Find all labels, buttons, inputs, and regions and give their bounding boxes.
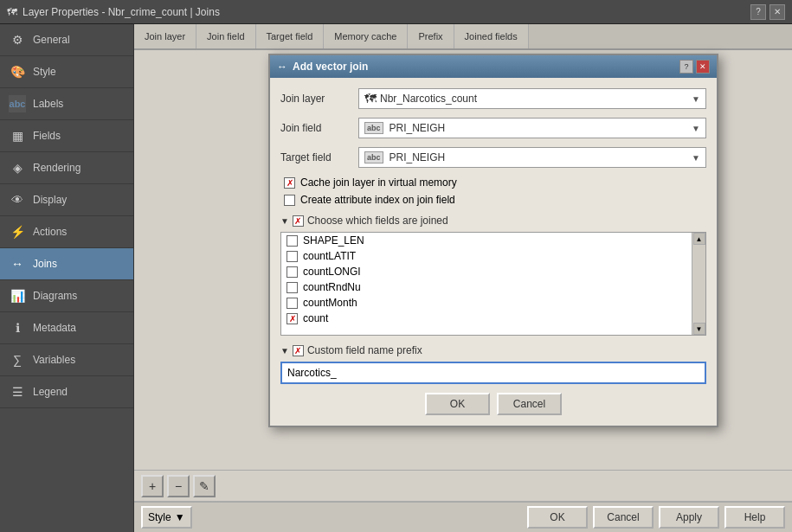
join-field-row: Join field abc PRI_NEIGH ▼ (280, 118, 706, 138)
join-layer-value: Nbr_Narcotics_count (380, 93, 477, 105)
index-label: Create attribute index on join field (300, 194, 455, 206)
sidebar-item-actions[interactable]: ⚡ Actions (0, 216, 133, 248)
cache-checkbox[interactable]: ✗ (284, 177, 295, 189)
dialog-cancel-button[interactable]: Cancel (497, 393, 562, 415)
field-countlongi-name: countLONGI (303, 266, 361, 278)
tab-join-field[interactable]: Join field (196, 24, 255, 48)
field-item-count[interactable]: ✗ count (281, 311, 705, 326)
actions-icon: ⚡ (9, 223, 26, 240)
tab-prefix[interactable]: Prefix (408, 24, 454, 48)
scroll-up-button[interactable]: ▲ (693, 233, 705, 245)
ok-button[interactable]: OK (527, 506, 588, 529)
edit-join-button[interactable]: ✎ (193, 475, 216, 497)
fields-scrollbar[interactable]: ▲ ▼ (692, 233, 705, 335)
metadata-icon: ℹ (9, 319, 26, 337)
custom-prefix-checkbox[interactable]: ✗ (293, 345, 304, 356)
field-countlatit-checkbox[interactable] (287, 251, 298, 262)
bottom-toolbar: + − ✎ (134, 470, 792, 501)
choose-fields-label: Choose which fields are joined (307, 215, 448, 227)
sidebar-item-style[interactable]: 🎨 Style (0, 56, 133, 88)
field-shape-len-name: SHAPE_LEN (303, 234, 364, 247)
join-layer-dropdown[interactable]: 🗺 Nbr_Narcotics_count ▼ (358, 88, 706, 109)
dialog-buttons: OK Cancel (280, 393, 706, 415)
variables-icon: ∑ (9, 351, 26, 369)
join-field-dropdown[interactable]: abc PRI_NEIGH ▼ (358, 118, 706, 138)
index-checkbox-row: Create attribute index on join field (280, 194, 706, 206)
join-field-type-icon: abc (364, 122, 383, 134)
sidebar-item-diagrams[interactable]: 📊 Diagrams (0, 280, 133, 312)
choose-fields-header[interactable]: ▼ ✗ Choose which fields are joined (280, 215, 706, 227)
choose-fields-arrow-icon: ▼ (280, 216, 289, 226)
field-count-name: count (303, 312, 328, 324)
sidebar-item-joins[interactable]: ↔ Joins (0, 248, 133, 280)
join-layer-row: Join layer 🗺 Nbr_Narcotics_count ▼ (280, 88, 706, 109)
sidebar-item-metadata[interactable]: ℹ Metadata (0, 312, 133, 344)
field-item-countlongi[interactable]: countLONGI (281, 264, 705, 279)
custom-prefix-label: Custom field name prefix (307, 344, 422, 356)
style-label: Style (148, 511, 171, 523)
dialog-title-bar: ↔ Add vector join ? ✕ (270, 55, 717, 78)
sidebar-item-legend[interactable]: ☰ Legend (0, 376, 133, 408)
sidebar-item-rendering[interactable]: ◈ Rendering (0, 152, 133, 184)
labels-icon: abc (9, 95, 26, 112)
add-vector-join-dialog: ↔ Add vector join ? ✕ Join layer (268, 54, 718, 427)
dialog-help-button[interactable]: ? (679, 60, 693, 74)
cancel-button[interactable]: Cancel (593, 506, 654, 529)
style-dropdown-arrow-icon: ▼ (175, 511, 185, 523)
bottom-action-bar: Style ▼ OK Cancel Apply Help (134, 501, 792, 532)
apply-button[interactable]: Apply (659, 506, 719, 529)
style-icon: 🎨 (9, 63, 26, 80)
general-icon: ⚙ (9, 31, 26, 48)
field-item-countmonth[interactable]: countMonth (281, 295, 705, 311)
field-count-checkbox[interactable]: ✗ (287, 313, 298, 324)
field-countlongi-checkbox[interactable] (287, 266, 298, 278)
target-field-type-icon: abc (364, 151, 383, 163)
help-button[interactable]: ? (750, 4, 766, 20)
scroll-down-button[interactable]: ▼ (693, 323, 705, 335)
field-shape-len-checkbox[interactable] (287, 235, 298, 247)
target-field-dropdown[interactable]: abc PRI_NEIGH ▼ (358, 147, 706, 168)
join-field-value: PRI_NEIGH (390, 122, 446, 134)
field-item-countlatit[interactable]: countLATIT (281, 248, 705, 264)
title-bar: 🗺 Layer Properties - Nbr_crime_count | J… (0, 0, 792, 24)
field-countrndnu-name: countRndNu (303, 281, 361, 293)
add-join-button[interactable]: + (141, 475, 164, 497)
sidebar-label-actions: Actions (33, 226, 67, 238)
prefix-input[interactable] (280, 362, 706, 384)
sidebar-label-fields: Fields (33, 130, 61, 142)
join-field-label: Join field (280, 122, 358, 134)
tab-bar: Join layer Join field Target field Memor… (134, 24, 792, 50)
help-button[interactable]: Help (724, 506, 785, 529)
sidebar-item-fields[interactable]: ▦ Fields (0, 120, 133, 152)
join-table-area: ↔ Add vector join ? ✕ Join layer (134, 50, 792, 470)
dialog-close-button[interactable]: ✕ (696, 60, 710, 74)
field-item-shape-len[interactable]: SHAPE_LEN (281, 233, 705, 248)
field-countmonth-name: countMonth (303, 297, 357, 309)
dialog-ok-button[interactable]: OK (425, 393, 490, 415)
target-field-value: PRI_NEIGH (390, 151, 446, 163)
remove-join-button[interactable]: − (167, 475, 190, 497)
tab-memory-cache[interactable]: Memory cache (324, 24, 408, 48)
custom-prefix-header[interactable]: ▼ ✗ Custom field name prefix (280, 344, 706, 356)
display-icon: 👁 (9, 191, 26, 208)
field-item-countrndnu[interactable]: countRndNu (281, 279, 705, 295)
sidebar-item-display[interactable]: 👁 Display (0, 184, 133, 216)
close-button[interactable]: ✕ (769, 4, 785, 20)
choose-fields-checkbox[interactable]: ✗ (293, 215, 304, 227)
field-countrndnu-checkbox[interactable] (287, 282, 298, 293)
style-dropdown[interactable]: Style ▼ (141, 506, 192, 529)
sidebar-label-variables: Variables (33, 354, 75, 366)
sidebar-item-labels[interactable]: abc Labels (0, 88, 133, 120)
custom-prefix-arrow-icon: ▼ (280, 346, 289, 356)
tab-target-field[interactable]: Target field (256, 24, 325, 48)
sidebar-item-variables[interactable]: ∑ Variables (0, 344, 133, 376)
index-checkbox[interactable] (284, 195, 295, 206)
field-countmonth-checkbox[interactable] (287, 298, 298, 309)
sidebar-item-general[interactable]: ⚙ General (0, 24, 133, 56)
sidebar-label-rendering: Rendering (33, 162, 80, 174)
sidebar-label-general: General (33, 34, 70, 46)
tab-joined-fields[interactable]: Joined fields (454, 24, 529, 48)
tab-join-layer[interactable]: Join layer (134, 24, 196, 48)
joins-icon: ↔ (9, 255, 26, 272)
join-layer-icon: 🗺 (364, 92, 377, 106)
